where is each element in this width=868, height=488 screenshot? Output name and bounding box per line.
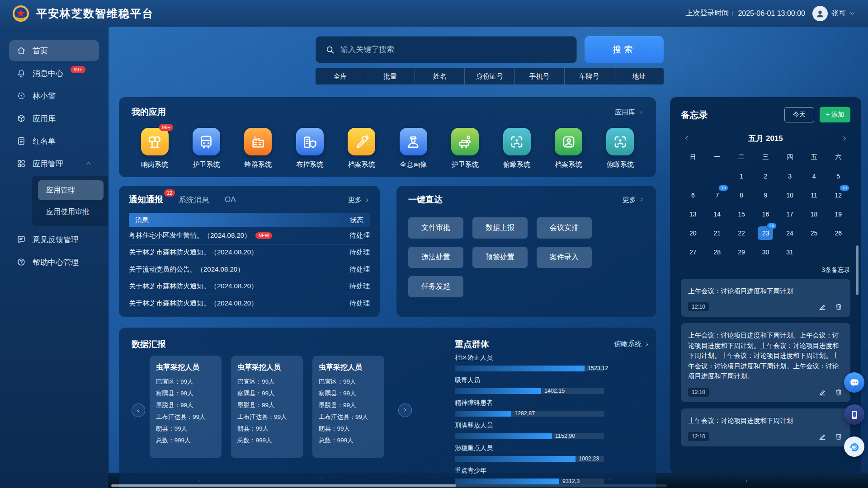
sidebar-item-应用库[interactable]: 应用库 xyxy=(9,108,99,129)
horizontal-scrollbar[interactable] xyxy=(111,484,667,487)
data-card[interactable]: 虫草采挖人员巴宜区：99人察隅县：99人墨脱县：99人工布江达县：99人朗县：9… xyxy=(150,356,222,458)
app-tile-蜂群系统[interactable]: 蜂群系统 xyxy=(239,128,278,169)
calendar-day-1[interactable]: 1 xyxy=(729,169,754,184)
delete-memo-button[interactable] xyxy=(834,432,843,441)
today-button[interactable]: 今天 xyxy=(784,107,814,122)
notice-row[interactable]: 关于林芝市森林防火通知。（2024.08.20）待处理 xyxy=(129,278,370,296)
calendar-day-8[interactable]: 8 xyxy=(729,188,754,203)
filter-tab-姓名[interactable]: 姓名 xyxy=(415,68,465,84)
notice-row[interactable]: 粤林住宅小区发生警情。（2024.08.20）NEW待处理 xyxy=(129,227,370,244)
quick-button-文件审批[interactable]: 文件审批 xyxy=(408,217,463,239)
memo-card[interactable]: 上午会议：讨论项目进度和下周计划。上午会议：讨论项目进度和下周计划。上午会议：讨… xyxy=(681,323,850,402)
calendar-day-17[interactable]: 17 xyxy=(778,206,802,222)
sidebar-item-意见反馈管理[interactable]: 意见反馈管理 xyxy=(9,229,99,250)
edit-memo-button[interactable] xyxy=(818,388,827,397)
filter-tab-车牌号[interactable]: 车牌号 xyxy=(565,68,614,84)
quick-button-案件录入[interactable]: 案件录入 xyxy=(537,247,592,268)
calendar-day-29[interactable]: 29 xyxy=(729,244,754,260)
calendar-next-month-button[interactable] xyxy=(839,132,850,144)
sidebar-item-应用管理[interactable]: 应用管理 xyxy=(9,153,99,174)
app-tile-护卫系统[interactable]: 护卫系统 xyxy=(446,128,485,169)
calendar-day-24[interactable]: 24 xyxy=(778,225,802,241)
calendar-day-25[interactable]: 25 xyxy=(802,225,826,241)
app-tile-护卫系统[interactable]: 护卫系统 xyxy=(187,128,226,169)
calendar-day-3[interactable]: 3 xyxy=(778,169,802,184)
sidebar-subitem-应用使用审批[interactable]: 应用使用审批 xyxy=(38,202,104,222)
mobile-device-button[interactable] xyxy=(844,404,864,425)
calendar-day-5[interactable]: 5 xyxy=(826,169,850,184)
add-memo-button[interactable]: + 添加 xyxy=(820,107,850,122)
calendar-day-27[interactable]: 27 xyxy=(681,244,705,260)
notices-title[interactable]: 通知通报 12 xyxy=(129,194,163,206)
app-tile-全息画像[interactable]: 全息画像 xyxy=(394,128,433,169)
quick-button-预警处置[interactable]: 预警处置 xyxy=(472,247,528,268)
calendar-prev-month-button[interactable] xyxy=(681,132,693,144)
filter-tab-地址[interactable]: 地址 xyxy=(614,68,664,84)
data-card[interactable]: 虫草采挖人员巴宜区：99人察隅县：99人墨脱县：99人工布江达县：99人朗县：9… xyxy=(231,356,303,458)
sidebar-item-首页[interactable]: 首页 xyxy=(9,40,99,61)
notice-row[interactable]: 关于流动党员的公告。（2024.08.20）待处理 xyxy=(129,261,370,278)
tab-oa[interactable]: OA xyxy=(225,195,236,204)
avatar[interactable] xyxy=(812,6,828,21)
sidebar-item-林小警[interactable]: 林小警 xyxy=(9,85,99,106)
calendar-day-18[interactable]: 18 xyxy=(802,206,826,222)
calendar-day-12[interactable]: 1210 xyxy=(826,188,850,203)
calendar-day-23[interactable]: 2310 xyxy=(754,225,778,241)
assistant-swirl-button[interactable] xyxy=(844,436,864,457)
carousel-next-button[interactable] xyxy=(398,404,412,417)
filter-tab-身份证号[interactable]: 身份证号 xyxy=(465,68,514,84)
notice-row[interactable]: 关于林芝市森林防火通知。（2024.08.20）待处理 xyxy=(129,244,370,262)
search-button[interactable]: 搜索 xyxy=(585,36,664,63)
calendar-day-13[interactable]: 13 xyxy=(681,206,705,222)
calendar-day-16[interactable]: 16 xyxy=(754,206,778,222)
notice-row[interactable]: 关于林芝市森林防火通知。（2024.08.20）待处理 xyxy=(129,295,370,312)
calendar-day-31[interactable]: 31 xyxy=(778,244,802,260)
calendar-day-11[interactable]: 11 xyxy=(802,188,826,203)
calendar-day-28[interactable]: 28 xyxy=(705,244,730,260)
calendar-day-30[interactable]: 30 xyxy=(754,244,778,260)
sidebar-item-帮助中心管理[interactable]: 帮助中心管理 xyxy=(9,252,99,272)
calendar-day-21[interactable]: 21 xyxy=(705,225,730,241)
quick-button-违法处置[interactable]: 违法处置 xyxy=(408,247,463,268)
sidebar-subitem-应用管理[interactable]: 应用管理 xyxy=(38,180,104,200)
memo-scrollbar[interactable] xyxy=(856,245,859,295)
key-groups-link[interactable]: 俯瞰系统 xyxy=(614,340,650,348)
app-tile-俯瞰系统[interactable]: 俯瞰系统 xyxy=(601,128,640,169)
memo-card[interactable]: 上午会议：讨论项目进度和下周计划12:10 xyxy=(681,279,850,317)
calendar-day-7[interactable]: 710 xyxy=(705,188,730,203)
calendar-day-14[interactable]: 14 xyxy=(705,206,730,222)
calendar-day-15[interactable]: 15 xyxy=(729,206,754,222)
customer-service-chat-button[interactable] xyxy=(844,372,864,393)
search-input[interactable] xyxy=(340,45,567,54)
quick-button-数据上报[interactable]: 数据上报 xyxy=(472,217,528,239)
quick-button-任务发起[interactable]: 任务发起 xyxy=(408,276,463,297)
filter-tab-手机号[interactable]: 手机号 xyxy=(515,68,565,84)
notices-more-link[interactable]: 更多 xyxy=(348,196,370,204)
sidebar-item-消息中心[interactable]: 消息中心99+ xyxy=(9,63,99,84)
app-tile-俯瞰系统[interactable]: 俯瞰系统 xyxy=(497,128,536,169)
edit-memo-button[interactable] xyxy=(818,432,827,441)
delete-memo-button[interactable] xyxy=(834,302,843,311)
user-menu[interactable]: 张可 xyxy=(812,6,855,21)
filter-tab-批量[interactable]: 批量 xyxy=(365,68,415,84)
carousel-prev-button[interactable] xyxy=(132,404,145,417)
quick-button-会议安排[interactable]: 会议安排 xyxy=(537,217,592,239)
calendar-day-26[interactable]: 26 xyxy=(826,225,850,241)
sidebar-item-红名单[interactable]: 红名单 xyxy=(9,131,99,151)
calendar-day-10[interactable]: 10 xyxy=(778,188,802,203)
calendar-day-6[interactable]: 6 xyxy=(681,188,705,203)
app-tile-哨岗系统[interactable]: 99+哨岗系统 xyxy=(135,128,174,169)
calendar-day-4[interactable]: 4 xyxy=(802,169,826,184)
filter-tab-全库[interactable]: 全库 xyxy=(316,68,365,84)
app-tile-档案系统[interactable]: 档案系统 xyxy=(342,128,381,169)
tab-system-messages[interactable]: 系统消息 xyxy=(179,195,209,205)
data-card[interactable]: 虫草采挖人员巴宜区：99人察隅县：99人墨脱县：99人工布江达县：99人朗县：9… xyxy=(312,356,384,458)
calendar-day-2[interactable]: 2 xyxy=(754,169,778,184)
delete-memo-button[interactable] xyxy=(834,388,843,397)
quick-access-more-link[interactable]: 更多 xyxy=(623,196,644,204)
app-tile-布控系统[interactable]: 布控系统 xyxy=(290,128,329,169)
calendar-day-9[interactable]: 9 xyxy=(754,188,778,203)
memo-card[interactable]: 上午会议：讨论项目进度和下周计划12:10 xyxy=(681,408,850,446)
horizontal-scrollbar-thumb[interactable] xyxy=(111,484,456,487)
calendar-day-20[interactable]: 20 xyxy=(681,225,705,241)
